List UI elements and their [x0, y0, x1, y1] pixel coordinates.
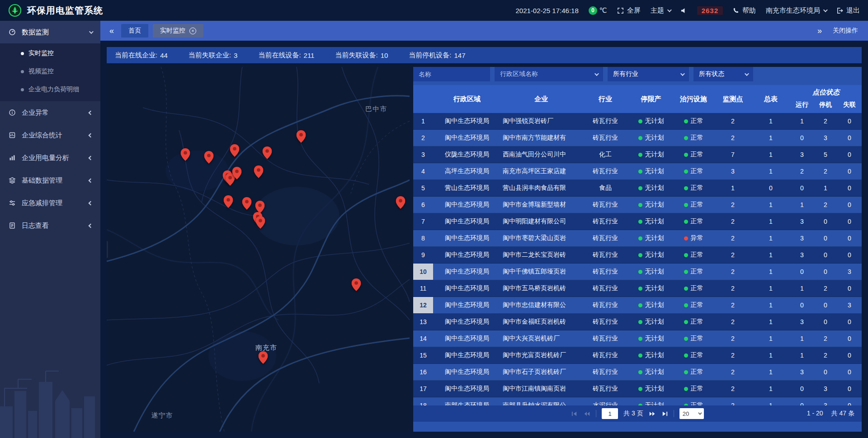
prev-page-button[interactable]	[583, 410, 590, 417]
sidebar-group-base-data[interactable]: 基础数据管理	[0, 169, 100, 192]
sidebar-group-company-abnormal[interactable]: 企业异常	[0, 101, 100, 124]
map-pin-icon[interactable]	[224, 195, 233, 210]
table-row[interactable]: 10阆中生态环境局阆中千佛镇五郎垭页岩砖瓦行业无计划正常21003	[413, 264, 862, 280]
notice-count-badge: 2632	[697, 6, 723, 15]
row-monitor-points: 2	[714, 297, 751, 313]
brand: 环保用电监管系统	[8, 4, 103, 17]
map-pin-icon[interactable]	[181, 148, 190, 163]
chevron-down-icon	[745, 71, 749, 76]
row-region: 高坪生态环境局	[433, 163, 501, 179]
chevron-left-icon	[89, 155, 93, 160]
table-row[interactable]: 13阆中生态环境局阆中市金福旺页岩机砖砖瓦行业无计划正常21300	[413, 314, 862, 330]
fullscreen-button[interactable]: 全屏	[617, 6, 641, 15]
logout-button[interactable]: 退出	[836, 6, 860, 15]
status-dot-green	[638, 270, 642, 274]
table-row[interactable]: 2阆中生态环境局阆中市南方节能建材有砖瓦行业无计划正常21030	[413, 130, 862, 146]
close-operations-button[interactable]: 关闭操作	[833, 27, 858, 35]
row-stopped-count: 0	[814, 247, 837, 263]
table-row[interactable]: 4高坪生态环境局南充市高坪区王家店建砖瓦行业无计划正常31220	[413, 163, 862, 180]
sidebar-group-logs[interactable]: 日志查看	[0, 214, 100, 237]
map-pin-icon[interactable]	[204, 151, 214, 165]
first-page-button[interactable]	[571, 410, 578, 417]
map-pin-icon[interactable]	[259, 351, 268, 366]
map-pin-icon[interactable]	[242, 197, 252, 212]
map-pin-icon[interactable]	[263, 146, 272, 161]
tab-realtime-monitor[interactable]: 实时监控 ×	[153, 24, 203, 38]
last-page-button[interactable]	[661, 410, 668, 417]
row-region: 营山生态环境局	[433, 180, 501, 196]
table-row[interactable]: 8阆中生态环境局阆中市枣碧大梁山页岩砖瓦行业无计划异常21300	[413, 230, 862, 247]
table-row[interactable]: 12阆中生态环境局阆中市忠信建材有限公砖瓦行业无计划正常21003	[413, 297, 862, 314]
row-industry: 砖瓦行业	[581, 347, 629, 363]
table-row[interactable]: 3仪陇生态环境局西南油气田分公司川中化工无计划正常71350	[413, 146, 862, 163]
industry-filter-select[interactable]: 所有行业	[608, 67, 689, 81]
announcement-button[interactable]	[680, 7, 687, 14]
name-filter-input[interactable]	[413, 67, 490, 81]
table-row[interactable]: 18南部生态环境局南部县升钟水泥有限公水泥行业无计划正常21030	[413, 397, 862, 405]
tab-home[interactable]: 首页	[121, 24, 148, 38]
status-filter-select[interactable]: 所有状态	[693, 67, 753, 81]
table-row[interactable]: 14阆中生态环境局阆中大兴页岩机砖厂砖瓦行业无计划正常21120	[413, 330, 862, 347]
sidebar-group-company-statistics[interactable]: 企业综合统计	[0, 124, 100, 146]
map-pin-icon[interactable]	[254, 165, 263, 180]
map-pin-icon[interactable]	[230, 144, 239, 159]
next-page-button[interactable]	[649, 410, 656, 417]
top-header: 环保用电监管系统 2021-02-25 17:46:18 0 ℃ 全屏 主题	[0, 0, 868, 21]
map-pin-icon[interactable]	[256, 216, 265, 231]
chevron-down-icon	[823, 8, 828, 12]
row-index: 18	[413, 397, 433, 405]
table-row[interactable]: 5营山生态环境局营山县润丰肉食品有限食品无计划正常10010	[413, 180, 862, 197]
table-row[interactable]: 17阆中生态环境局阆中市江南镇阆南页岩砖瓦行业无计划正常21030	[413, 381, 862, 397]
sidebar-item-realtime-monitor[interactable]: 实时监控	[0, 44, 100, 62]
row-facility-status: 正常	[673, 297, 714, 313]
sidebar-group-power-analysis[interactable]: 企业用电量分析	[0, 146, 100, 169]
row-company: 阆中市二龙长宝页岩砖	[501, 247, 581, 263]
sidebar-group-data-monitor[interactable]: 数据监测	[0, 21, 100, 43]
help-label: 帮助	[742, 6, 756, 15]
table-row[interactable]: 6阆中生态环境局阆中市金博瑞新型墙材砖瓦行业无计划正常21120	[413, 197, 862, 213]
table-row[interactable]: 1阆中生态环境局阆中强锐页岩砖厂砖瓦行业无计划正常21120	[413, 113, 862, 130]
map-canvas[interactable]: 巴中市 南充市 遂宁市 ◀	[107, 67, 410, 432]
map-pin-icon[interactable]	[396, 196, 405, 211]
sidebar-item-power-load-detail[interactable]: 企业电力负荷明细	[0, 80, 100, 99]
close-icon[interactable]: ×	[189, 28, 196, 34]
table-row[interactable]: 7阆中生态环境局阆中明阳建材有限公司砖瓦行业无计划正常21300	[413, 213, 862, 230]
theme-dropdown[interactable]: 主题	[651, 6, 670, 15]
row-stopped-count: 0	[814, 264, 837, 280]
sidebar-group-label: 数据监测	[22, 28, 49, 37]
row-industry: 砖瓦行业	[581, 230, 629, 246]
map-collapse-button[interactable]: ◀	[107, 241, 108, 258]
stat-lost-devices: 当前失联设备: 10	[335, 51, 388, 60]
row-index: 1	[413, 113, 433, 129]
row-running-count: 1	[790, 113, 814, 129]
sidebar-item-video-monitor[interactable]: 视频监控	[0, 62, 100, 80]
tabs-scroll-right-icon[interactable]: »	[817, 27, 822, 35]
map-pin-icon[interactable]	[232, 167, 242, 181]
row-company: 阆中明阳建材有限公司	[501, 213, 581, 230]
page-size-select[interactable]: 20	[679, 408, 704, 419]
row-limit-status: 无计划	[629, 364, 673, 380]
tabs-scroll-left-icon[interactable]: «	[109, 27, 114, 35]
org-dropdown[interactable]: 南充市生态环境局	[766, 6, 826, 15]
row-facility-status: 正常	[673, 364, 714, 380]
row-lost-count: 0	[837, 280, 862, 297]
temperature-badge: 0	[589, 6, 597, 15]
table-row[interactable]: 15阆中生态环境局阆中市光富页岩机砖厂砖瓦行业无计划正常21120	[413, 347, 862, 364]
sidebar-group-emergency[interactable]: 应急减排管理	[0, 192, 100, 214]
pin-layer	[107, 67, 410, 432]
row-facility-status: 正常	[673, 314, 714, 330]
status-dot-green	[684, 203, 688, 207]
row-total-meters: 1	[751, 163, 790, 179]
status-dot-green	[684, 303, 688, 307]
table-row[interactable]: 9阆中生态环境局阆中市二龙长宝页岩砖砖瓦行业无计划正常21300	[413, 247, 862, 264]
help-button[interactable]: 帮助	[733, 6, 756, 15]
sidebar-item-label: 视频监控	[28, 67, 54, 75]
region-filter-select[interactable]: 行政区域名称	[495, 67, 603, 81]
page-input[interactable]	[602, 408, 618, 419]
pagination-summary: 1 - 20 共 47 条	[807, 410, 854, 418]
row-index: 8	[413, 230, 433, 246]
map-pin-icon[interactable]	[352, 278, 361, 293]
table-row[interactable]: 11阆中生态环境局阆中市五马桥页岩机砖砖瓦行业无计划正常21120	[413, 280, 862, 297]
table-row[interactable]: 16阆中生态环境局阆中市石子页岩机砖厂砖瓦行业无计划正常21300	[413, 364, 862, 381]
map-pin-icon[interactable]	[297, 130, 306, 145]
